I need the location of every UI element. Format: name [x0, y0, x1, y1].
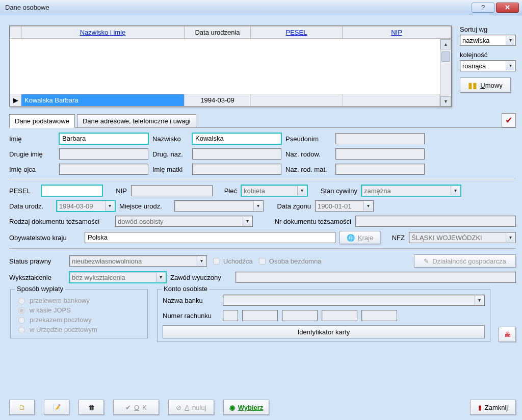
tab-address-data[interactable]: Dane adresowe, telefoniczne i uwagi — [77, 114, 196, 128]
label-imie-matki: Imię matki — [152, 166, 188, 173]
label-nip: NIP — [107, 187, 127, 195]
check-bezdomna[interactable]: Osoba bezdomna — [257, 256, 322, 266]
label-pseudonim: Pseudonim — [285, 135, 331, 143]
input-imie[interactable]: Barbara — [59, 133, 148, 144]
input-rachunek-2[interactable] — [242, 310, 278, 321]
table-row[interactable]: ▶ Kowalska Barbara 1994-03-09 — [10, 94, 440, 107]
delete-button[interactable]: 🗑 — [79, 400, 104, 415]
label-plec: Płeć — [217, 187, 237, 195]
identyfikator-karty-button[interactable]: Identyfikator karty — [163, 325, 485, 338]
combo-stan-cywilny[interactable]: zamężna — [361, 185, 461, 196]
sort-by-label: Sortuj wg — [460, 25, 516, 33]
label-obywatelstwo: Obywatelstwo kraju — [9, 234, 81, 242]
validate-button[interactable]: ✔ — [502, 113, 516, 127]
new-button[interactable]: 🗋 — [9, 400, 35, 415]
col-name-header[interactable]: Nazwisko i imię — [21, 27, 185, 39]
check-icon: ✔ — [125, 404, 131, 411]
print-button[interactable]: 🖶 — [499, 327, 516, 342]
cell-nip — [343, 94, 440, 107]
grid-scrollbar[interactable]: ▲ ▼ — [440, 39, 451, 107]
label-stan-cywilny: Stan cywilny — [311, 187, 357, 195]
input-drug-naz[interactable] — [192, 148, 281, 160]
input-imie-matki[interactable] — [192, 164, 281, 175]
combo-rodzaj-dok[interactable]: dowód osobisty — [115, 216, 253, 227]
kraje-button[interactable]: 🌐 Kraje — [340, 231, 380, 244]
grid-marker-header — [10, 27, 21, 39]
scroll-down-icon[interactable]: ▼ — [440, 96, 451, 107]
combo-nfz[interactable]: ŚLĄSKI WOJEWÓDZKI — [409, 232, 516, 243]
persons-grid[interactable]: Nazwisko i imię Data urodzenia PESEL NIP… — [9, 25, 452, 107]
combo-plec[interactable]: kobieta — [241, 185, 307, 196]
label-wyksztalcenie: Wykształcenie — [9, 274, 65, 281]
combo-data-zgonu[interactable]: 1900-01-01 — [315, 200, 374, 212]
input-rachunek-5[interactable] — [361, 310, 397, 321]
input-pseudonim[interactable] — [335, 133, 425, 144]
title-bar: Dane osobowe ? ✕ — [0, 0, 522, 15]
radio-przekaz[interactable]: przekazem pocztowy — [16, 316, 142, 324]
input-nip[interactable] — [131, 185, 213, 196]
printer-icon: 🖶 — [504, 331, 511, 338]
label-imie-ojca: Imię ojca — [9, 166, 55, 173]
group-konto: Konto osobiste Nazwa banku Numer rachunk… — [157, 289, 490, 342]
label-pesel: PESEL — [9, 187, 37, 195]
cell-dob: 1994-03-09 — [185, 94, 251, 107]
input-nazwisko[interactable]: Kowalska — [192, 133, 281, 144]
label-rodzaj-dok: Rodzaj dokumentu tożsamości — [9, 218, 111, 225]
col-dob-header[interactable]: Data urodzenia — [185, 27, 251, 39]
col-pesel-header[interactable]: PESEL — [251, 27, 343, 39]
check-uchodzca[interactable]: Uchodźca — [211, 256, 253, 266]
label-rachunek: Numer rachunku — [163, 312, 219, 320]
input-imie-ojca[interactable] — [59, 164, 148, 175]
radio-kasa[interactable]: w kasie JOPS — [16, 306, 142, 314]
dzialalnosc-button[interactable]: ✎ Działalność gospodarcza — [414, 254, 516, 268]
target-icon: ◉ — [229, 404, 235, 411]
scroll-thumb[interactable] — [441, 51, 450, 62]
combo-status-prawny[interactable]: nieubezwłasnowolniona — [69, 255, 207, 267]
tab-basic-data[interactable]: Dane podstawowe — [9, 114, 75, 128]
contract-icon: ▮▮ — [468, 81, 477, 90]
scroll-up-icon[interactable]: ▲ — [440, 39, 451, 49]
combo-data-urodz[interactable]: 1994-03-09 — [57, 200, 115, 212]
radio-urzad[interactable]: w Urzędzie pocztowym — [16, 325, 142, 333]
wybierz-button[interactable]: ◉ Wybierz — [223, 400, 269, 415]
col-nip-header[interactable]: NIP — [343, 27, 451, 39]
combo-bank[interactable] — [223, 295, 485, 306]
input-nr-dok[interactable] — [355, 216, 516, 227]
anuluj-button[interactable]: ⊘ Anuluj — [168, 400, 214, 415]
combo-wyksztalcenie[interactable]: bez wykształcenia — [69, 272, 166, 283]
input-naz-rodow[interactable] — [335, 148, 425, 160]
label-data-urodz: Data urodz. — [9, 202, 53, 210]
umowy-button[interactable]: ▮▮ Umowy — [460, 77, 511, 93]
trash-icon: 🗑 — [88, 404, 95, 411]
ok-button[interactable]: ✔ OK — [113, 400, 159, 415]
order-combo[interactable]: rosnąca — [460, 60, 516, 71]
window-title: Dane osobowe — [5, 4, 470, 11]
input-drugie-imie[interactable] — [59, 148, 148, 160]
input-naz-rod-mat[interactable] — [335, 164, 425, 175]
label-nfz: NFZ — [384, 234, 405, 242]
input-rachunek-1[interactable] — [223, 310, 238, 321]
sort-by-combo[interactable]: nazwiska — [460, 35, 516, 46]
zamknij-button[interactable]: ▮ Zamknij — [470, 400, 516, 415]
combo-miejsce-urodz[interactable] — [174, 200, 264, 212]
label-zawod: Zawód wyuczony — [170, 274, 231, 281]
new-doc-icon: 🗋 — [19, 404, 25, 411]
label-status-prawny: Status prawny — [9, 257, 65, 265]
label-bank: Nazwa banku — [163, 297, 219, 304]
cell-name: Kowalska Barbara — [21, 94, 185, 107]
input-pesel[interactable] — [41, 185, 102, 196]
input-zawod[interactable] — [236, 272, 516, 283]
radio-przelew[interactable]: przelewem bankowy — [16, 296, 142, 304]
door-icon: ▮ — [478, 404, 482, 411]
input-rachunek-4[interactable] — [322, 310, 357, 321]
briefcase-icon: ✎ — [424, 257, 429, 265]
input-obywatelstwo[interactable]: Polska — [85, 232, 335, 243]
label-nr-dok: Nr dokumentu tożsamości — [257, 218, 351, 225]
label-drugie-imie: Drugie imię — [9, 150, 55, 158]
label-naz-rodow: Naz. rodow. — [285, 150, 331, 158]
cancel-icon: ⊘ — [176, 404, 181, 411]
help-button[interactable]: ? — [472, 3, 494, 13]
close-window-button[interactable]: ✕ — [496, 3, 519, 13]
input-rachunek-3[interactable] — [282, 310, 318, 321]
edit-button[interactable]: 📝 — [44, 400, 69, 415]
